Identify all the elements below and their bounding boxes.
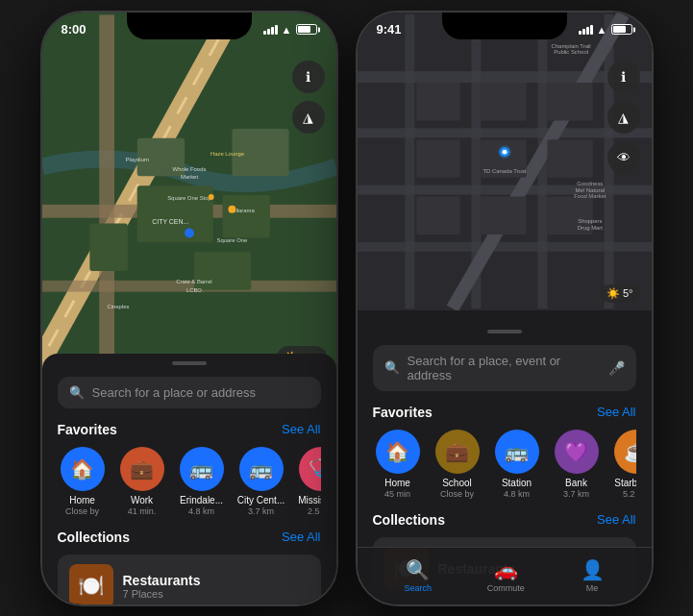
svg-rect-39: [416, 196, 459, 234]
svg-text:Whole Foods: Whole Foods: [172, 166, 206, 172]
battery-icon-1: [296, 24, 317, 35]
signal-bar-3: [271, 27, 274, 35]
station-icon-circle-2: 🚌: [495, 430, 539, 474]
starbucks-sublabel-2: 5.2 km: [623, 489, 636, 499]
svg-text:Me! Natural: Me! Natural: [575, 186, 605, 192]
sheet-handle-1: [172, 361, 207, 365]
svg-rect-36: [416, 139, 459, 177]
svg-rect-6: [89, 223, 127, 270]
favorite-bank-2[interactable]: 💜 Bank 3.7 km: [552, 430, 602, 499]
favorite-citycenter-1[interactable]: 🚌 City Cent... 3.7 km: [236, 447, 286, 516]
work-icon-circle-1: 💼: [120, 447, 164, 491]
info-button-2[interactable]: ℹ: [607, 61, 640, 93]
sun-icon-2: ☀️: [606, 287, 620, 299]
svg-text:Shoppers: Shoppers: [578, 218, 602, 224]
wifi-icon-2: ▲: [597, 24, 607, 36]
mississa-label-1: Mississa...: [298, 495, 320, 505]
favorites-title-1: Favorites: [58, 422, 117, 437]
erindale-label-1: Erindale...: [180, 495, 223, 505]
camera-button-2[interactable]: 👁: [607, 141, 640, 174]
nav-search-2[interactable]: 🔍 Search: [404, 558, 432, 593]
school-icon-circle-2: 💼: [435, 430, 480, 474]
signal-bar-1: [263, 31, 266, 35]
map-controls-2: ℹ ◮ 👁: [607, 61, 640, 174]
work-label-1: Work: [131, 495, 153, 505]
nav-me-label-2: Me: [586, 583, 599, 593]
status-time-1: 8:00: [62, 20, 87, 37]
favorite-home-2[interactable]: 🏠 Home 45 min: [373, 430, 423, 499]
favorite-erindale-1[interactable]: 🚌 Erindale... 4.8 km: [177, 447, 227, 516]
favorite-home-1[interactable]: 🏠 Home Close by: [58, 447, 108, 516]
svg-text:Playdium: Playdium: [125, 157, 148, 162]
collections-see-all-2[interactable]: See All: [597, 512, 635, 527]
favorites-title-2: Favorites: [373, 405, 433, 420]
collections-header-2: Collections See All: [373, 512, 636, 528]
school-sublabel-2: Close by: [440, 489, 474, 499]
collection-restaurants-1[interactable]: 🍽️ Restaurants 7 Places: [58, 554, 321, 606]
mississa-icon-circle-1: 🩺: [299, 447, 321, 491]
signal-bar-7: [586, 27, 589, 35]
map-background-1: CITY CEN... Whole Foods Market Playdium …: [42, 12, 336, 378]
phone-2: 9:41 ▲: [356, 11, 654, 606]
favorite-starbucks-2[interactable]: ☕ Starbucks 5.2 km: [611, 430, 636, 499]
svg-text:Market: Market: [180, 174, 197, 180]
status-time-2: 9:41: [377, 20, 402, 37]
notch-1: [127, 12, 252, 39]
temp-badge-2: ☀️ 5°: [600, 284, 640, 303]
favorites-header-2: Favorites See All: [373, 405, 636, 420]
collections-see-all-1[interactable]: See All: [282, 530, 320, 544]
map-area-2: Champlain Trail Public School Goodness M…: [358, 12, 652, 310]
search-placeholder-1: Search for a place or address: [92, 385, 309, 400]
signal-bars-2: [579, 25, 593, 35]
map-area-1: CITY CEN... Whole Foods Market Playdium …: [42, 12, 336, 378]
battery-fill-2: [613, 26, 627, 33]
favorite-station-2[interactable]: 🚌 Station 4.8 km: [492, 430, 542, 499]
search-icon-1: 🔍: [69, 385, 85, 400]
search-bar-1[interactable]: 🔍 Search for a place or address: [58, 377, 321, 408]
svg-rect-40: [481, 196, 526, 234]
info-button-1[interactable]: ℹ: [292, 61, 325, 93]
bottom-sheet-1: 🔍 Search for a place or address Favorite…: [42, 354, 336, 604]
search-placeholder-2: Search for a place, event or address: [408, 354, 601, 382]
location-button-1[interactable]: ◮: [292, 101, 325, 134]
favorite-mississa-1[interactable]: 🩺 Mississa... 2.5 km: [296, 447, 321, 516]
school-label-2: School: [442, 478, 472, 488]
signal-bar-4: [275, 25, 278, 35]
svg-rect-35: [547, 83, 592, 120]
nav-commute-icon-2: 🚗: [494, 558, 518, 581]
bank-label-2: Bank: [565, 478, 587, 488]
favorites-row-2: 🏠 Home 45 min 💼 School Close by 🚌 Statio…: [373, 430, 636, 499]
svg-point-22: [208, 194, 213, 200]
favorites-see-all-1[interactable]: See All: [282, 422, 320, 436]
svg-text:TD Canada Trust: TD Canada Trust: [483, 167, 526, 173]
erindale-icon-circle-1: 🚌: [180, 447, 224, 491]
svg-text:Goodness: Goodness: [577, 180, 603, 185]
svg-text:CITY CEN...: CITY CEN...: [152, 217, 188, 224]
svg-point-21: [228, 205, 235, 212]
nav-commute-2[interactable]: 🚗 Commute: [487, 558, 525, 593]
work-sublabel-1: 41 min.: [128, 506, 157, 516]
signal-bar-6: [582, 29, 585, 35]
nav-me-2[interactable]: 👤 Me: [581, 558, 605, 593]
notch-2: [442, 12, 567, 39]
nav-search-icon-2: 🔍: [406, 558, 430, 581]
svg-text:Haze Lounge: Haze Lounge: [210, 150, 244, 156]
favorites-see-all-2[interactable]: See All: [597, 405, 635, 419]
restaurant-thumb-1: 🍽️: [69, 564, 113, 606]
home-icon-circle-2: 🏠: [376, 430, 420, 474]
phones-container: 8:00 ▲: [40, 11, 654, 606]
mic-icon-2[interactable]: 🎤: [608, 360, 625, 376]
favorite-work-1[interactable]: 💼 Work 41 min.: [117, 447, 167, 516]
home-label-1: Home: [69, 495, 95, 505]
home-sublabel-1: Close by: [65, 506, 99, 516]
battery-fill-1: [298, 26, 311, 33]
signal-bar-5: [579, 31, 582, 35]
home-label-2: Home: [384, 478, 410, 488]
nav-commute-label-2: Commute: [487, 583, 525, 593]
search-bar-2[interactable]: 🔍 Search for a place, event or address 🎤: [373, 345, 636, 391]
location-button-2[interactable]: ◮: [607, 101, 640, 134]
nav-me-icon-2: 👤: [581, 558, 605, 581]
favorite-school-2[interactable]: 💼 School Close by: [433, 430, 483, 499]
citycenter-sublabel-1: 3.7 km: [248, 506, 274, 516]
battery-icon-2: [611, 24, 632, 35]
